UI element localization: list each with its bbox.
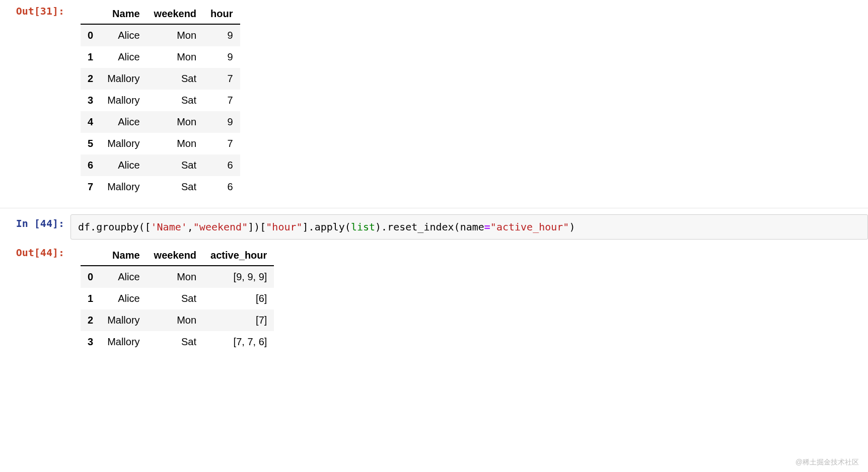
table-cell: Mon [147, 111, 203, 133]
table-cell: Mon [147, 46, 203, 68]
out-prompt-31: Out[31]: [0, 2, 70, 17]
table-cell: Alice [100, 46, 147, 68]
table-row: 1AliceMon9 [81, 46, 240, 68]
code-token: .groupby([ [90, 221, 151, 233]
row-index: 0 [81, 24, 100, 46]
row-index: 0 [81, 266, 100, 288]
table-cell: 7 [203, 133, 240, 154]
code-token: df [78, 221, 90, 233]
output-content-44: Name weekend active_hour 0AliceMon[9, 9,… [70, 244, 868, 355]
row-index: 5 [81, 133, 100, 154]
table-cell: 7 [203, 90, 240, 111]
table-cell: Mon [147, 309, 203, 331]
table-row: 5MalloryMon7 [81, 133, 240, 154]
input-content-44: df.groupby(['Name',"weekend"])["hour"].a… [70, 214, 868, 240]
code-token: ])[ [248, 221, 266, 233]
dataframe-table-44: Name weekend active_hour 0AliceMon[9, 9,… [81, 246, 274, 353]
table-row: 7MallorySat6 [81, 176, 240, 198]
table-cell: Mon [147, 133, 203, 154]
output-cell-31: Out[31]: Name weekend hour 0AliceMon91Al… [0, 0, 868, 202]
table-cell: Mallory [100, 133, 147, 154]
in-prompt-44: In [44]: [0, 214, 70, 229]
table-cell: 6 [203, 154, 240, 176]
table-cell: Sat [147, 288, 203, 309]
row-index: 2 [81, 309, 100, 331]
table-header: hour [203, 4, 240, 24]
table-cell: [9, 9, 9] [203, 266, 274, 288]
table-cell: Alice [100, 24, 147, 46]
dataframe-table-31: Name weekend hour 0AliceMon91AliceMon92M… [81, 4, 240, 198]
table-cell: Mallory [100, 68, 147, 90]
code-token: "weekend" [193, 221, 248, 233]
table-row: 6AliceSat6 [81, 154, 240, 176]
code-token: ) [569, 221, 575, 233]
code-token: ).reset_index(name [375, 221, 484, 233]
row-index: 2 [81, 68, 100, 90]
row-index: 1 [81, 46, 100, 68]
table-cell: [7] [203, 309, 274, 331]
row-index: 3 [81, 331, 100, 353]
code-token: "active_hour" [490, 221, 569, 233]
table-cell: Mon [147, 266, 203, 288]
code-token: ].apply( [303, 221, 351, 233]
table-row: 0AliceMon9 [81, 24, 240, 46]
cell-divider [0, 208, 868, 208]
table-row: 3MallorySat7 [81, 90, 240, 111]
table-header: Name [100, 4, 147, 24]
code-token: , [187, 221, 193, 233]
code-input-44[interactable]: df.groupby(['Name',"weekend"])["hour"].a… [70, 214, 868, 240]
table-cell: 6 [203, 176, 240, 198]
table-cell: Alice [100, 154, 147, 176]
row-index: 7 [81, 176, 100, 198]
code-token: "hour" [266, 221, 302, 233]
table-cell: Sat [147, 154, 203, 176]
output-content-31: Name weekend hour 0AliceMon91AliceMon92M… [70, 2, 868, 200]
table-header: active_hour [203, 246, 274, 266]
table-cell: Sat [147, 331, 203, 353]
table-cell: Mallory [100, 331, 147, 353]
table-row: 1AliceSat[6] [81, 288, 274, 309]
output-cell-44: Out[44]: Name weekend active_hour 0Alice… [0, 242, 868, 357]
table-header: Name [100, 246, 147, 266]
table-cell: Mallory [100, 309, 147, 331]
table-cell: Alice [100, 288, 147, 309]
table-cell: Sat [147, 68, 203, 90]
table-cell: Sat [147, 90, 203, 111]
table-cell: Sat [147, 176, 203, 198]
table-row: 4AliceMon9 [81, 111, 240, 133]
table-cell: 9 [203, 111, 240, 133]
out-prompt-44: Out[44]: [0, 244, 70, 259]
row-index: 6 [81, 154, 100, 176]
table-header-row: Name weekend hour [81, 4, 240, 24]
table-cell: Alice [100, 111, 147, 133]
table-cell: Mon [147, 24, 203, 46]
table-header [81, 246, 100, 266]
table-header: weekend [147, 246, 203, 266]
table-row: 3MallorySat[7, 7, 6] [81, 331, 274, 353]
input-cell-44: In [44]: df.groupby(['Name',"weekend"])[… [0, 212, 868, 242]
table-cell: 9 [203, 46, 240, 68]
table-cell: 7 [203, 68, 240, 90]
code-token: = [484, 221, 490, 233]
table-cell: Alice [100, 266, 147, 288]
table-cell: Mallory [100, 90, 147, 111]
table-cell: Mallory [100, 176, 147, 198]
table-cell: 9 [203, 24, 240, 46]
row-index: 3 [81, 90, 100, 111]
code-token: 'Name' [151, 221, 187, 233]
table-cell: [6] [203, 288, 274, 309]
table-header-row: Name weekend active_hour [81, 246, 274, 266]
row-index: 4 [81, 111, 100, 133]
code-token: list [351, 221, 375, 233]
row-index: 1 [81, 288, 100, 309]
table-row: 0AliceMon[9, 9, 9] [81, 266, 274, 288]
table-header [81, 4, 100, 24]
table-row: 2MallorySat7 [81, 68, 240, 90]
table-header: weekend [147, 4, 203, 24]
table-row: 2MalloryMon[7] [81, 309, 274, 331]
table-cell: [7, 7, 6] [203, 331, 274, 353]
